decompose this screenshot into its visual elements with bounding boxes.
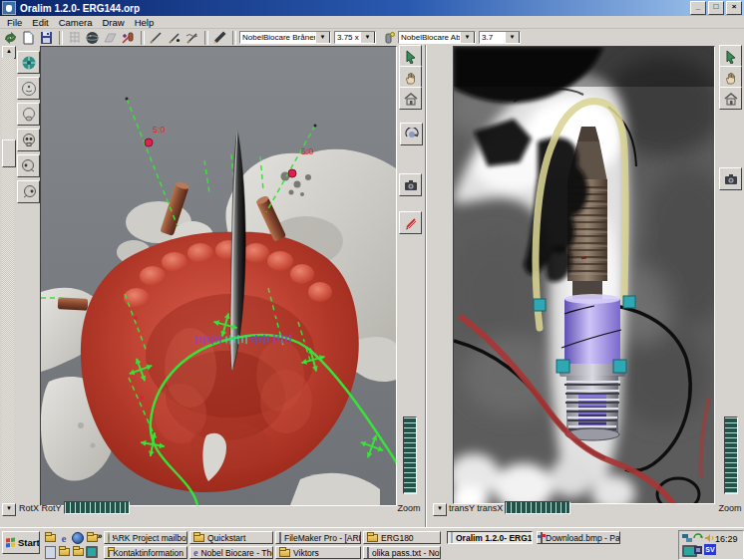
pointer-icon — [724, 50, 738, 64]
mail-app-icon — [108, 532, 110, 544]
view-front-icon — [21, 81, 37, 97]
task-button-paint[interactable]: Download.bmp - Paint — [537, 531, 620, 544]
window-title: Oralim 1.2.0- ERG144.orp — [20, 3, 688, 14]
quicklaunch-folder-icon[interactable] — [72, 546, 84, 558]
home-icon — [404, 92, 418, 106]
tray-clock[interactable]: 16:29 — [715, 534, 738, 544]
ct-cross-section-viewport[interactable] — [453, 46, 715, 504]
select-pointer-button[interactable] — [399, 45, 422, 68]
menu-help[interactable]: Help — [130, 17, 160, 28]
paint-app-icon — [541, 532, 543, 543]
ct-pan-hand-button[interactable] — [719, 66, 742, 89]
menu-draw[interactable]: Draw — [97, 17, 129, 28]
ct-home-view-button[interactable] — [719, 87, 742, 110]
close-button[interactable]: × — [726, 1, 742, 15]
quicklaunch-folder-icon[interactable] — [58, 546, 70, 558]
title-bar[interactable]: Oralim 1.2.0- ERG144.orp _ □ × — [0, 0, 744, 16]
left-zoom-slider[interactable] — [403, 417, 417, 494]
desktop: Oralim 1.2.0- ERG144.orp _ □ × File Edit… — [0, 0, 744, 560]
folder-icon — [279, 549, 290, 557]
folder-icon — [193, 534, 204, 542]
tray-app-icon[interactable] — [693, 545, 703, 555]
task-button-filemaker[interactable]: FileMaker Pro - [ARK Pati... — [275, 531, 361, 544]
quicklaunch-internet-explorer-icon[interactable]: e — [58, 532, 70, 544]
view-back-icon — [21, 107, 37, 123]
view-top-icon — [21, 55, 37, 71]
left-slider-down-button[interactable]: ▼ — [2, 503, 16, 516]
quicklaunch-globe-icon[interactable] — [72, 532, 84, 544]
pointer-icon — [404, 50, 418, 64]
grid-icon[interactable] — [66, 30, 83, 45]
view-skull-right-button[interactable] — [17, 180, 40, 203]
menu-file[interactable]: File — [2, 17, 27, 28]
home-view-button[interactable] — [399, 87, 422, 110]
implant-size-select[interactable]: 3.75 x 7 ▼ — [334, 31, 376, 44]
head-3d-icon[interactable] — [84, 30, 101, 45]
network-icon[interactable] — [682, 533, 692, 543]
left-vertical-slider-thumb[interactable] — [2, 140, 16, 167]
chevron-down-icon[interactable]: ▼ — [315, 31, 330, 44]
draw-curve-icon[interactable] — [184, 30, 200, 45]
view-top-button[interactable] — [17, 51, 40, 74]
abutment-type-select[interactable]: NobelBiocare Abutment ▼ — [398, 31, 476, 44]
windows-flag-icon — [6, 538, 15, 548]
chevron-down-icon[interactable]: ▼ — [505, 31, 520, 44]
hand-icon — [404, 71, 418, 85]
quicklaunch-folder-icon[interactable] — [44, 532, 56, 544]
quicklaunch-show-desktop-icon[interactable] — [44, 546, 56, 558]
chevron-down-icon[interactable]: ▼ — [460, 31, 475, 44]
ct-translation-slider[interactable] — [505, 501, 570, 514]
marker-pen-icon[interactable] — [211, 30, 228, 45]
abutment-icon[interactable] — [380, 30, 397, 45]
ct-cross-section-scene — [454, 47, 714, 503]
quicklaunch-overflow-chevron[interactable]: » — [96, 530, 104, 542]
restore-button[interactable]: □ — [708, 1, 724, 15]
sync-icon[interactable] — [693, 532, 703, 542]
left-vertical-slider-track[interactable] — [2, 58, 14, 502]
view-skull-left-button[interactable] — [17, 154, 40, 177]
task-button-quickstart[interactable]: Quickstart — [189, 531, 273, 544]
ct-zoom-slider[interactable] — [724, 417, 738, 494]
ct-select-pointer-button[interactable] — [719, 45, 742, 68]
ct-slider-down-button[interactable]: ▼ — [433, 503, 447, 516]
minimize-button[interactable]: _ — [690, 1, 706, 15]
snapshot-camera-button[interactable] — [399, 173, 422, 196]
task-button-oralim[interactable]: Oralim 1.2.0- ERG144... — [447, 531, 533, 544]
measure-pencil-button[interactable] — [399, 211, 422, 234]
start-button[interactable]: Start — [2, 531, 40, 554]
chevron-down-icon[interactable]: ▼ — [360, 31, 375, 44]
task-button-nobelbiocare[interactable]: eNobel Biocare - The World... — [189, 546, 273, 559]
taskbar: Start e » ARK Project mailbox - Inb... Q… — [0, 527, 744, 560]
planning-3d-viewport[interactable]: 5:0 5:0 — [40, 46, 397, 506]
new-plan-icon[interactable] — [20, 30, 37, 45]
implant-system-select[interactable]: NobelBiocare Brånemark System® ▼ — [239, 31, 331, 44]
implant-tools-icon[interactable] — [120, 30, 137, 45]
quicklaunch-monitor-icon[interactable] — [86, 546, 98, 558]
volume-icon[interactable] — [704, 533, 714, 543]
task-button-erg180[interactable]: ERG180 — [363, 531, 441, 544]
menu-edit[interactable]: Edit — [27, 17, 53, 28]
display-icon[interactable] — [682, 545, 692, 555]
rotate-3d-button[interactable] — [400, 123, 423, 145]
menu-bar: File Edit Camera Draw Help — [0, 16, 744, 29]
language-indicator[interactable]: SV — [704, 544, 716, 555]
pan-hand-button[interactable] — [399, 66, 422, 89]
menu-camera[interactable]: Camera — [54, 17, 98, 28]
toolbar-separator — [232, 31, 236, 45]
save-icon[interactable] — [38, 30, 55, 45]
abutment-size-select[interactable]: 3.7 ▼ — [479, 31, 521, 44]
draw-point-icon[interactable] — [166, 30, 183, 45]
camera-icon — [404, 178, 418, 192]
slice-plane-icon[interactable] — [102, 30, 119, 45]
view-front-button[interactable] — [17, 77, 40, 100]
task-button-mailbox[interactable]: ARK Project mailbox - Inb... — [104, 531, 187, 544]
import-model-icon[interactable] — [2, 30, 19, 45]
view-back-button[interactable] — [17, 103, 40, 126]
draw-line-icon[interactable] — [148, 30, 165, 45]
view-skull-front-button[interactable] — [17, 129, 40, 151]
ct-snapshot-camera-button[interactable] — [719, 167, 742, 190]
left-rotation-slider[interactable] — [64, 501, 130, 514]
task-button-kontaktinformation[interactable]: Kontaktinformation — [104, 546, 187, 559]
task-button-viktors[interactable]: Viktors — [275, 546, 361, 559]
task-button-notepad[interactable]: olika pass.txt - Notepad — [363, 546, 441, 559]
